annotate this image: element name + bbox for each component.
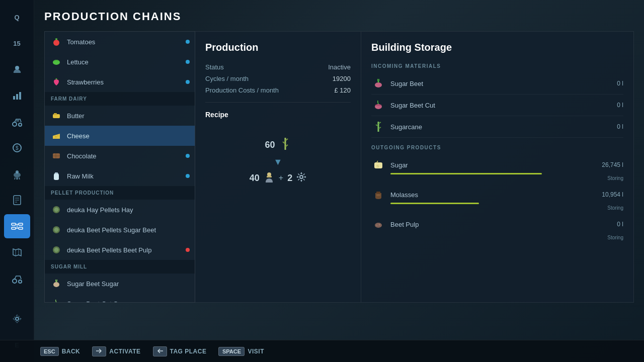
storage-item-beet-pulp: Beet Pulp 0 l Storing xyxy=(371,214,623,240)
building-storage-panel: Building Storage INCOMING MATERIALS Suga… xyxy=(361,31,634,303)
sugar-label: Sugar xyxy=(390,161,598,169)
sugar-bar-container: Storing xyxy=(371,173,623,181)
storage-item-sugar: S Sugar 26,745 l Storing xyxy=(371,154,623,181)
item-label: Cheese xyxy=(67,132,90,140)
svg-rect-57 xyxy=(267,176,272,177)
svg-rect-71 xyxy=(376,192,380,194)
action-activate[interactable]: ACTIVATE xyxy=(92,346,140,356)
action-back[interactable]: ESC BACK xyxy=(40,347,80,356)
sidebar-item-animals[interactable] xyxy=(4,162,30,186)
sidebar-item-stats[interactable] xyxy=(4,83,30,108)
item-label: Sugar Beet Cut Sugar xyxy=(67,300,131,303)
list-item-tomatoes[interactable]: Tomatoes xyxy=(45,32,195,52)
page-title: PRODUCTION CHAINS xyxy=(44,10,634,23)
molasses-label: Molasses xyxy=(390,191,598,199)
active-dot xyxy=(186,174,190,178)
sidebar-item-weather[interactable] xyxy=(4,57,30,81)
stat-costs: Production Costs / month £ 120 xyxy=(205,86,351,94)
production-title: Production xyxy=(205,42,351,53)
sugar-beet-cut-label: Sugar Beet Cut xyxy=(390,102,598,109)
recipe-input: 60 xyxy=(265,137,291,153)
svg-point-63 xyxy=(376,107,377,108)
list-item-hay-pellets[interactable]: deuka Hay Pellets Hay xyxy=(45,200,195,220)
svg-rect-22 xyxy=(19,227,23,229)
chocolate-icon xyxy=(51,150,62,161)
back-label: BACK xyxy=(62,348,80,355)
sidebar-item-q[interactable]: Q xyxy=(4,5,30,29)
costs-label: Production Costs / month xyxy=(205,86,279,94)
activate-key xyxy=(92,346,106,356)
beet-pulp-row: Beet Pulp 0 l xyxy=(371,214,623,232)
svg-point-4 xyxy=(13,122,17,126)
svg-point-56 xyxy=(267,172,271,176)
svg-rect-41 xyxy=(55,172,58,174)
butter-icon xyxy=(51,110,62,121)
list-item-sugar-beet-cut-sugar[interactable]: Sugar Beet Cut Sugar xyxy=(45,294,195,303)
stat-status: Status Inactive xyxy=(205,63,351,71)
sugar-beet-cut-sugar-icon xyxy=(51,298,62,303)
active-dot xyxy=(186,154,190,158)
svg-point-45 xyxy=(53,282,59,287)
list-item-lettuce[interactable]: Lettuce xyxy=(45,52,195,72)
list-item-butter[interactable]: Butter xyxy=(45,106,195,126)
visit-label: VISIT xyxy=(248,348,264,355)
list-item-cheese[interactable]: Cheese xyxy=(45,126,195,146)
esc-key: ESC xyxy=(40,347,59,356)
sugar-beet-cut-amount: 0 l xyxy=(598,102,623,109)
svg-point-59 xyxy=(375,82,382,87)
list-item-chocolate[interactable]: Chocolate xyxy=(45,146,195,166)
svg-point-5 xyxy=(19,123,22,126)
error-dot xyxy=(186,248,190,252)
outgoing-label: OUTGOING PRODUCTS xyxy=(371,145,623,150)
sugar-icon: S xyxy=(371,158,385,172)
status-label: Status xyxy=(205,63,224,71)
list-item-beet-pellets-pulp[interactable]: deuka Beet Pellets Beet Pulp xyxy=(45,240,195,260)
molasses-bar xyxy=(390,203,479,204)
sidebar-item-tractor[interactable] xyxy=(4,110,30,134)
lettuce-icon xyxy=(51,56,62,67)
beet-pulp-amount: 0 l xyxy=(598,221,623,228)
sidebar-item-journal[interactable] xyxy=(4,188,30,212)
svg-point-46 xyxy=(53,302,59,303)
sugarcane-label: Sugarcane xyxy=(390,123,598,131)
svg-point-10 xyxy=(16,170,19,173)
svg-line-70 xyxy=(377,161,378,162)
section-header-farm-dairy: FARM DAIRY xyxy=(45,92,195,106)
molasses-amount: 10,954 l xyxy=(598,191,623,198)
stat-cycles: Cycles / month 19200 xyxy=(205,75,351,82)
sidebar-item-chains[interactable] xyxy=(4,214,30,238)
molasses-bar-container: Storing xyxy=(371,203,623,211)
svg-rect-3 xyxy=(19,92,21,100)
recipe-plus: + xyxy=(279,173,283,183)
sidebar-item-money[interactable]: $ xyxy=(4,136,30,160)
svg-point-31 xyxy=(14,316,20,322)
molasses-status: Storing xyxy=(390,205,623,211)
costs-value: £ 120 xyxy=(334,86,351,94)
list-item-sugar-beet-sugar[interactable]: Sugar Beet Sugar xyxy=(45,274,195,294)
milk-icon xyxy=(51,170,62,182)
recipe-output-amount2: 2 xyxy=(287,173,292,184)
sugar-amount: 26,745 l xyxy=(598,161,623,168)
production-chains-list: Tomatoes Lettuce xyxy=(44,31,195,303)
active-dot xyxy=(186,40,190,44)
active-dot xyxy=(186,60,190,64)
sugar-status: Storing xyxy=(390,175,623,181)
action-tag-place[interactable]: TAG PLACE xyxy=(153,346,207,356)
beet-pulp-label: Beet Pulp xyxy=(390,221,598,228)
storage-item-sugar-beet: Sugar Beet 0 l xyxy=(371,73,623,95)
recipe-input-amount: 60 xyxy=(265,140,275,150)
svg-point-30 xyxy=(16,317,19,320)
svg-rect-6 xyxy=(16,120,19,122)
list-item-strawberries[interactable]: Strawberries xyxy=(45,72,195,92)
sidebar-item-settings[interactable] xyxy=(4,307,30,331)
list-item-raw-milk[interactable]: Raw Milk xyxy=(45,166,195,186)
list-item-beet-pellets-sugar[interactable]: deuka Beet Pellets Sugar Beet xyxy=(45,220,195,240)
bottom-bar: ESC BACK ACTIVATE TAG PLACE SPACE VISIT xyxy=(0,340,644,362)
svg-point-32 xyxy=(53,40,59,46)
sidebar-item-15[interactable]: 15 xyxy=(4,31,30,55)
sidebar-item-tractor2[interactable] xyxy=(4,266,30,291)
action-visit[interactable]: SPACE VISIT xyxy=(218,347,264,356)
sidebar-item-map[interactable] xyxy=(4,240,30,264)
status-value: Inactive xyxy=(328,63,351,71)
space-key: SPACE xyxy=(218,347,245,356)
